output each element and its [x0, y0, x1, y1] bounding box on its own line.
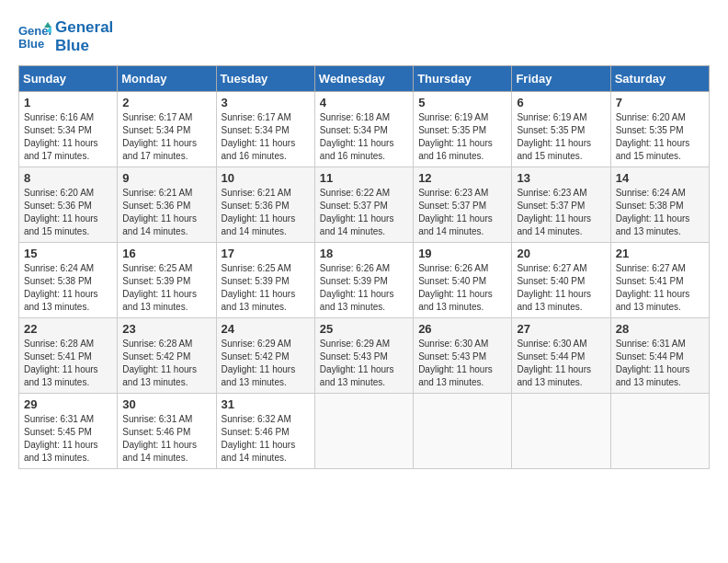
- calendar-cell: 19Sunrise: 6:26 AMSunset: 5:40 PMDayligh…: [414, 242, 512, 317]
- calendar-cell: 12Sunrise: 6:23 AMSunset: 5:37 PMDayligh…: [414, 167, 512, 242]
- day-info: Sunrise: 6:17 AMSunset: 5:34 PMDaylight:…: [222, 111, 310, 163]
- day-number: 30: [122, 397, 210, 411]
- day-number: 28: [616, 322, 704, 336]
- day-info: Sunrise: 6:28 AMSunset: 5:41 PMDaylight:…: [24, 338, 112, 389]
- day-info: Sunrise: 6:22 AMSunset: 5:37 PMDaylight:…: [320, 187, 408, 238]
- day-number: 15: [24, 247, 112, 260]
- day-info: Sunrise: 6:32 AMSunset: 5:46 PMDaylight:…: [222, 413, 310, 465]
- day-number: 12: [418, 171, 506, 185]
- calendar-cell: 13Sunrise: 6:23 AMSunset: 5:37 PMDayligh…: [512, 167, 610, 242]
- calendar-cell: 22Sunrise: 6:28 AMSunset: 5:41 PMDayligh…: [19, 317, 118, 393]
- day-number: 7: [616, 96, 704, 109]
- day-info: Sunrise: 6:29 AMSunset: 5:42 PMDaylight:…: [222, 338, 310, 389]
- calendar-cell: 15Sunrise: 6:24 AMSunset: 5:38 PMDayligh…: [19, 242, 118, 317]
- day-info: Sunrise: 6:23 AMSunset: 5:37 PMDaylight:…: [517, 187, 605, 238]
- day-info: Sunrise: 6:16 AMSunset: 5:34 PMDaylight:…: [24, 111, 112, 163]
- calendar-cell: 31Sunrise: 6:32 AMSunset: 5:46 PMDayligh…: [216, 393, 314, 468]
- calendar-header-thursday: Thursday: [414, 65, 512, 91]
- logo: General Blue General Blue: [18, 18, 113, 56]
- day-info: Sunrise: 6:19 AMSunset: 5:35 PMDaylight:…: [418, 111, 506, 163]
- day-number: 25: [320, 322, 408, 336]
- day-number: 24: [222, 322, 310, 336]
- calendar-cell: 27Sunrise: 6:30 AMSunset: 5:44 PMDayligh…: [512, 317, 610, 393]
- day-number: 6: [517, 96, 605, 109]
- calendar-cell: 21Sunrise: 6:27 AMSunset: 5:41 PMDayligh…: [610, 242, 709, 317]
- calendar-cell: 18Sunrise: 6:26 AMSunset: 5:39 PMDayligh…: [314, 242, 413, 317]
- day-info: Sunrise: 6:23 AMSunset: 5:37 PMDaylight:…: [418, 187, 506, 238]
- day-number: 20: [517, 247, 605, 260]
- calendar-cell: 9Sunrise: 6:21 AMSunset: 5:36 PMDaylight…: [118, 167, 216, 242]
- day-number: 18: [320, 247, 408, 260]
- day-number: 31: [222, 397, 310, 411]
- day-info: Sunrise: 6:27 AMSunset: 5:41 PMDaylight:…: [616, 262, 704, 314]
- calendar-header-friday: Friday: [512, 65, 610, 91]
- calendar-week-row: 29Sunrise: 6:31 AMSunset: 5:45 PMDayligh…: [19, 393, 710, 468]
- day-number: 27: [517, 322, 605, 336]
- calendar-cell: 20Sunrise: 6:27 AMSunset: 5:40 PMDayligh…: [512, 242, 610, 317]
- day-number: 16: [122, 247, 210, 260]
- calendar-header-wednesday: Wednesday: [314, 65, 413, 91]
- day-number: 13: [517, 171, 605, 185]
- day-info: Sunrise: 6:28 AMSunset: 5:42 PMDaylight:…: [122, 338, 210, 389]
- day-info: Sunrise: 6:25 AMSunset: 5:39 PMDaylight:…: [222, 262, 310, 314]
- day-info: Sunrise: 6:31 AMSunset: 5:45 PMDaylight:…: [24, 413, 112, 465]
- calendar-cell: 16Sunrise: 6:25 AMSunset: 5:39 PMDayligh…: [118, 242, 216, 317]
- calendar-cell: 28Sunrise: 6:31 AMSunset: 5:44 PMDayligh…: [610, 317, 709, 393]
- calendar-cell: [414, 393, 512, 468]
- calendar-cell: 6Sunrise: 6:19 AMSunset: 5:35 PMDaylight…: [512, 91, 610, 167]
- day-info: Sunrise: 6:26 AMSunset: 5:39 PMDaylight:…: [320, 262, 408, 314]
- day-info: Sunrise: 6:26 AMSunset: 5:40 PMDaylight:…: [418, 262, 506, 314]
- day-info: Sunrise: 6:24 AMSunset: 5:38 PMDaylight:…: [616, 187, 704, 238]
- calendar-week-row: 1Sunrise: 6:16 AMSunset: 5:34 PMDaylight…: [19, 91, 710, 167]
- calendar-table: SundayMondayTuesdayWednesdayThursdayFrid…: [18, 65, 710, 469]
- calendar-cell: [610, 393, 709, 468]
- day-number: 5: [418, 96, 506, 109]
- calendar-cell: [512, 393, 610, 468]
- day-number: 10: [222, 171, 310, 185]
- day-info: Sunrise: 6:19 AMSunset: 5:35 PMDaylight:…: [517, 111, 605, 163]
- calendar-cell: 1Sunrise: 6:16 AMSunset: 5:34 PMDaylight…: [19, 91, 118, 167]
- logo-name-general: General: [55, 18, 113, 37]
- logo-icon: General Blue: [18, 20, 51, 53]
- day-number: 26: [418, 322, 506, 336]
- day-number: 23: [122, 322, 210, 336]
- day-info: Sunrise: 6:24 AMSunset: 5:38 PMDaylight:…: [24, 262, 112, 314]
- calendar-week-row: 8Sunrise: 6:20 AMSunset: 5:36 PMDaylight…: [19, 167, 710, 242]
- calendar-cell: 11Sunrise: 6:22 AMSunset: 5:37 PMDayligh…: [314, 167, 413, 242]
- day-number: 8: [24, 171, 112, 185]
- day-number: 19: [418, 247, 506, 260]
- calendar-header-row: SundayMondayTuesdayWednesdayThursdayFrid…: [19, 65, 710, 91]
- calendar-week-row: 15Sunrise: 6:24 AMSunset: 5:38 PMDayligh…: [19, 242, 710, 317]
- day-info: Sunrise: 6:20 AMSunset: 5:35 PMDaylight:…: [616, 111, 704, 163]
- day-info: Sunrise: 6:29 AMSunset: 5:43 PMDaylight:…: [320, 338, 408, 389]
- day-info: Sunrise: 6:31 AMSunset: 5:44 PMDaylight:…: [616, 338, 704, 389]
- calendar-cell: 10Sunrise: 6:21 AMSunset: 5:36 PMDayligh…: [216, 167, 314, 242]
- calendar-cell: 8Sunrise: 6:20 AMSunset: 5:36 PMDaylight…: [19, 167, 118, 242]
- svg-text:Blue: Blue: [18, 37, 44, 51]
- day-info: Sunrise: 6:21 AMSunset: 5:36 PMDaylight:…: [222, 187, 310, 238]
- day-number: 11: [320, 171, 408, 185]
- page-header: General Blue General Blue: [18, 18, 710, 56]
- day-number: 1: [24, 96, 112, 109]
- calendar-cell: 23Sunrise: 6:28 AMSunset: 5:42 PMDayligh…: [118, 317, 216, 393]
- calendar-header-tuesday: Tuesday: [216, 65, 314, 91]
- day-info: Sunrise: 6:27 AMSunset: 5:40 PMDaylight:…: [517, 262, 605, 314]
- calendar-header-sunday: Sunday: [19, 65, 118, 91]
- calendar-cell: 14Sunrise: 6:24 AMSunset: 5:38 PMDayligh…: [610, 167, 709, 242]
- day-info: Sunrise: 6:17 AMSunset: 5:34 PMDaylight:…: [122, 111, 210, 163]
- calendar-cell: 25Sunrise: 6:29 AMSunset: 5:43 PMDayligh…: [314, 317, 413, 393]
- calendar-cell: 3Sunrise: 6:17 AMSunset: 5:34 PMDaylight…: [216, 91, 314, 167]
- day-info: Sunrise: 6:25 AMSunset: 5:39 PMDaylight:…: [122, 262, 210, 314]
- calendar-header-monday: Monday: [118, 65, 216, 91]
- day-number: 14: [616, 171, 704, 185]
- day-number: 4: [320, 96, 408, 109]
- calendar-cell: 4Sunrise: 6:18 AMSunset: 5:34 PMDaylight…: [314, 91, 413, 167]
- day-info: Sunrise: 6:21 AMSunset: 5:36 PMDaylight:…: [122, 187, 210, 238]
- day-number: 22: [24, 322, 112, 336]
- day-number: 29: [24, 397, 112, 411]
- day-number: 17: [222, 247, 310, 260]
- calendar-cell: 29Sunrise: 6:31 AMSunset: 5:45 PMDayligh…: [19, 393, 118, 468]
- day-info: Sunrise: 6:20 AMSunset: 5:36 PMDaylight:…: [24, 187, 112, 238]
- day-info: Sunrise: 6:30 AMSunset: 5:44 PMDaylight:…: [517, 338, 605, 389]
- calendar-cell: 30Sunrise: 6:31 AMSunset: 5:46 PMDayligh…: [118, 393, 216, 468]
